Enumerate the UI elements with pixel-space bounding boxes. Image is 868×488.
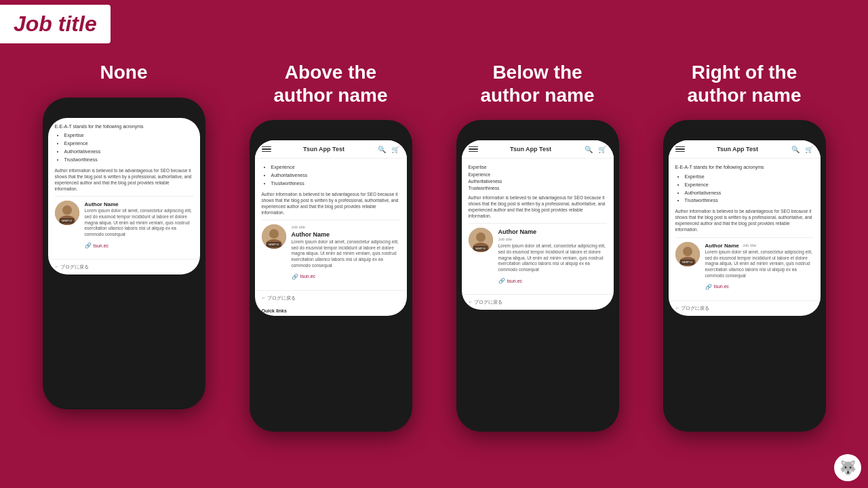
back-link-none: ← ブログに戻る [48,259,200,274]
phone-notch-above [304,125,358,139]
author-info-none: Author Name Lorem ipsum dolor sit amet, … [85,201,193,249]
author-link-none: 🔗 tsun.ec [85,242,193,249]
avatar-label-above: SAMPLE [267,242,280,247]
phone-topbar-below: Tsun App Test 🔍 🛒 [462,140,614,159]
bullet-item: Experience [271,164,400,171]
bullet-item: Trustworthiness [271,180,400,187]
author-name-above: Author Name [292,230,400,239]
app-title-above: Tsun App Test [303,146,344,152]
author-bio-right: Lorem ipsum dolor sit amet, consectetur … [705,249,814,279]
topbar-icons-above: 🔍 🛒 [377,144,400,154]
hamburger-icon-right [675,146,685,152]
link-icon-below: 🔗 [498,277,505,285]
cart-icon-below: 🛒 [597,144,607,154]
author-avatar-below: SAMPLE [469,228,493,252]
svg-point-4 [269,229,279,239]
cart-icon-right: 🛒 [804,144,814,154]
bullet-list-above: Experience Authoritativeness Trustworthi… [262,164,400,186]
author-name-row-right: Author Name Job title [705,242,814,249]
author-job-title-above: Job title [292,224,400,230]
bullet-item: Expertise [64,132,193,139]
avatar-label-below: SAMPLE [473,246,487,251]
column-none: None E-E-A-T stands for the following ac… [29,61,219,432]
author-link-right: 🔗 tsun.ec [705,283,814,291]
phone-topbar-above: Tsun App Test 🔍 🛒 [255,140,407,159]
column-right: Right of the author name Tsun App Test 🔍… [650,61,840,432]
cart-icon-above: 🛒 [391,144,400,154]
link-icon-none: 🔗 [85,242,92,249]
author-job-title-below: Job title [498,237,607,242]
avatar-label-none: SAMPLE [60,218,73,224]
author-card-none: SAMPLE Author Name Lorem ipsum dolor sit… [55,196,193,253]
job-title-badge: Job title [0,5,111,43]
bullet-item: Experience [685,182,814,188]
topbar-icons-below: 🔍 🛒 [584,144,607,154]
author-bio-below: Lorem ipsum dolor sit amet, consectetur … [498,243,607,273]
phone-above: Tsun App Test 🔍 🛒 Experience Authoritati… [250,120,412,432]
bullet-item: Experience [64,140,193,147]
link-text-right: tsun.ec [714,283,730,290]
quick-links-above: Quick links [255,306,407,316]
author-card-right: SAMPLE Author Name Job title Lorem ipsum… [675,237,814,295]
avatar-label-right: SAMPLE [680,260,694,265]
phone-topbar-right: Tsun App Test 🔍 🛒 [669,140,821,159]
link-text-below: tsun.ec [507,278,523,285]
phone-notch-below [511,125,565,139]
phone-mockup-right: Tsun App Test 🔍 🛒 E-E-A-T stands for the… [663,120,826,432]
phone-notch-right [717,125,772,139]
search-icon-below: 🔍 [584,144,593,154]
badge-label: Job title [14,12,97,36]
body-text-below: Author information is believed to be adv… [469,195,607,219]
author-info-above: Job title Author Name Lorem ipsum dolor … [292,224,400,281]
author-name-below: Author Name [498,228,607,237]
phone-mockup-none: E-E-A-T stands for the following acronym… [43,98,205,409]
phone-content-below: ExpertiseExperienceAuthoritativenessTrus… [462,159,614,294]
search-icon-above: 🔍 [377,144,387,154]
app-title-right: Tsun App Test [717,146,758,152]
svg-point-1 [62,205,72,215]
phone-content-right: E-E-A-T stands for the following acronym… [669,159,821,300]
column-above: Above the author name Tsun App Test 🔍 🛒 [236,61,426,432]
phone-screen-above: Tsun App Test 🔍 🛒 Experience Authoritati… [255,140,407,316]
bullet-item: Authoritativeness [64,148,193,155]
back-link-below: ← ブログに戻る [462,294,614,310]
heading-below: Below the author name [480,61,594,106]
bullet-item: Authoritativeness [685,190,814,197]
body-text-right: Author information is believed to be adv… [675,208,814,232]
author-job-title-right: Job title [743,243,757,248]
link-text-none: tsun.ec [94,243,109,249]
content-text-none: E-E-A-T stands for the following acronym… [55,123,193,130]
author-name-none: Author Name [85,201,193,208]
content-text-right: E-E-A-T stands for the following acronym… [675,164,814,171]
hamburger-icon-above [262,146,271,152]
svg-point-10 [683,247,692,256]
author-avatar-above: SAMPLE [262,224,286,249]
list-text-below: ExpertiseExperienceAuthoritativenessTrus… [469,164,607,192]
topbar-icons-right: 🔍 🛒 [791,144,814,154]
body-text-none: Author information is believed to be adv… [55,167,193,192]
author-link-above: 🔗 tsun.ec [292,273,400,281]
phone-none: E-E-A-T stands for the following acronym… [43,98,205,409]
author-link-below: 🔗 tsun.ec [498,277,607,285]
author-avatar-right: SAMPLE [675,242,700,266]
phone-mockup-below: Tsun App Test 🔍 🛒 ExpertiseExperienceAut… [456,120,619,432]
author-card-below: SAMPLE Author Name Job title Lorem ipsum… [469,223,607,289]
heading-right: Right of the author name [687,61,801,106]
bullet-list-none: Expertise Experience Authoritativeness T… [55,132,193,163]
body-text-above: Author information is believed to be adv… [262,191,400,216]
bullet-item: Trustworthiness [64,157,193,163]
author-name-right: Author Name [705,242,739,249]
search-icon-right: 🔍 [791,144,800,154]
link-icon-right: 🔗 [705,283,712,291]
phone-content-none: E-E-A-T stands for the following acronym… [48,118,200,260]
author-bio-above: Lorem ipsum dolor sit amet, consectetur … [292,239,400,269]
author-info-right: Author Name Job title Lorem ipsum dolor … [705,242,814,291]
phone-right: Tsun App Test 🔍 🛒 E-E-A-T stands for the… [663,120,826,432]
phone-mockup-above: Tsun App Test 🔍 🛒 Experience Authoritati… [250,120,412,432]
bullet-item: Trustworthiness [685,197,814,204]
heading-above: Above the author name [273,61,387,106]
app-title-below: Tsun App Test [510,146,551,152]
bullet-item: Expertise [685,174,814,180]
phone-below: Tsun App Test 🔍 🛒 ExpertiseExperienceAut… [456,120,619,432]
phone-screen-none: E-E-A-T stands for the following acronym… [48,118,200,275]
